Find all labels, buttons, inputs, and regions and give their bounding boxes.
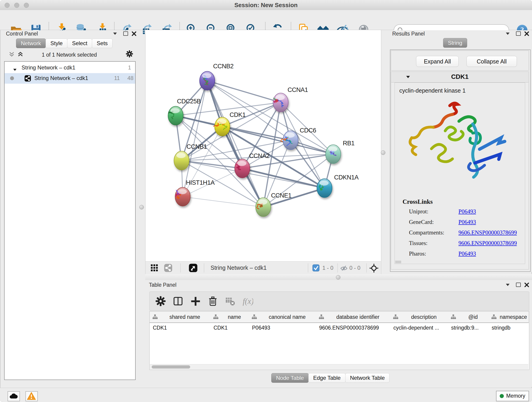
- memory-button[interactable]: Memory: [496, 391, 529, 401]
- tab-style[interactable]: Style: [46, 38, 67, 48]
- edge-CCNB2-CCNE1[interactable]: [207, 81, 263, 207]
- table-cell[interactable]: CDK1: [153, 323, 210, 332]
- network-node-CCNA2[interactable]: [235, 159, 250, 178]
- tree-expander-icon[interactable]: [13, 66, 17, 73]
- edge-CCNB2-CCNA1[interactable]: [207, 81, 281, 102]
- network-collection-row[interactable]: String Network – cdk1 1: [5, 63, 135, 73]
- crosslink-value-link[interactable]: 9606.ENSP00000378699: [458, 240, 517, 246]
- left-splitter-handle[interactable]: [139, 205, 144, 210]
- add-column-icon[interactable]: [190, 296, 201, 307]
- network-node-CCNB1[interactable]: [174, 151, 189, 170]
- network-node-HIST1H1A[interactable]: [175, 187, 190, 206]
- network-node-count: 11: [114, 75, 120, 81]
- network-row-selected[interactable]: String Network – cdk1 11 48: [5, 73, 135, 84]
- column-function-icon[interactable]: [213, 314, 219, 321]
- application-window: Session: New Session ? Control Panel Net…: [0, 0, 532, 402]
- table-cell[interactable]: P06493: [252, 323, 316, 332]
- table-horizontal-scrollbar[interactable]: [150, 364, 528, 370]
- gene-details: cyclin-dependent kinase 1 CrossLinks Uni…: [394, 83, 525, 264]
- table-cell[interactable]: stringdb:9...: [451, 323, 488, 332]
- table-options-gear-icon[interactable]: [155, 296, 166, 307]
- results-scrollbar-thumb[interactable]: [395, 261, 401, 263]
- grid-view-icon[interactable]: [150, 264, 159, 273]
- network-view-title: String Network – cdk1: [210, 264, 267, 271]
- scrollbar-thumb[interactable]: [152, 365, 190, 369]
- float-control-panel-icon[interactable]: [123, 32, 128, 36]
- column-function-icon[interactable]: [152, 314, 158, 321]
- tab-string[interactable]: String: [443, 38, 467, 48]
- tab-network-table[interactable]: Network Table: [345, 373, 390, 383]
- column-header-canonical-name[interactable]: canonical name: [249, 312, 316, 323]
- close-control-panel-icon[interactable]: [132, 31, 137, 37]
- table-toolbar: f(x): [149, 292, 529, 311]
- show-columns-icon[interactable]: [172, 296, 184, 307]
- float-table-panel-icon[interactable]: [516, 283, 521, 287]
- column-function-icon[interactable]: [393, 314, 399, 321]
- network-canvas[interactable]: CCNB2CCNA1CDC25BCDK1CDC6RB1CCNB1CCNA2CDK…: [145, 30, 381, 262]
- delete-column-icon[interactable]: [207, 296, 218, 307]
- close-table-panel-icon[interactable]: [524, 282, 529, 288]
- gene-section-header[interactable]: CDK1: [391, 71, 529, 83]
- table-cell[interactable]: stringdb: [492, 323, 528, 332]
- collapse-results-panel-icon[interactable]: [505, 32, 510, 36]
- edge-CCNE1-HIST1H1A[interactable]: [183, 197, 263, 207]
- crosslink-value-link[interactable]: P06493: [458, 250, 476, 257]
- column-header-description[interactable]: description: [390, 312, 448, 323]
- edge-CCNB1-CCNA2[interactable]: [181, 161, 242, 168]
- node-label-CDC25B: CDC25B: [177, 98, 201, 105]
- status-bar: Memory: [0, 388, 532, 402]
- column-header-name[interactable]: name: [210, 312, 249, 323]
- birdseye-view-icon[interactable]: [189, 263, 198, 274]
- control-panel-title: Control Panel: [6, 31, 38, 37]
- expand-all-button[interactable]: Expand All: [416, 56, 459, 67]
- tab-network[interactable]: Network: [16, 38, 46, 48]
- delete-table-icon: [225, 296, 236, 307]
- column-header--id[interactable]: @id: [448, 312, 489, 323]
- cloud-button[interactable]: [7, 391, 20, 401]
- crosslink-label: Pharos:: [409, 250, 426, 257]
- tab-sets[interactable]: Sets: [92, 38, 113, 48]
- warning-button[interactable]: [25, 391, 38, 401]
- network-node-CDC25B[interactable]: [168, 106, 183, 125]
- table-cell[interactable]: cyclin-dependent ...: [393, 323, 447, 332]
- table-cell[interactable]: 9606.ENSP00000378699: [319, 323, 390, 332]
- close-results-panel-icon[interactable]: [524, 31, 529, 37]
- collapse-table-panel-icon[interactable]: [505, 283, 510, 287]
- network-node-CDKN1A[interactable]: [317, 179, 332, 198]
- column-header-namespace[interactable]: namespace: [488, 312, 529, 323]
- string-view-icon[interactable]: [164, 264, 172, 273]
- crosslink-value-link[interactable]: P06493: [458, 208, 476, 215]
- column-header-database-identifier[interactable]: database identifier: [316, 312, 390, 323]
- selected-checkbox-icon[interactable]: [312, 264, 320, 273]
- network-node-CCNB2[interactable]: [200, 71, 215, 90]
- hidden-eye-slash-icon[interactable]: [340, 264, 348, 274]
- column-header-shared-name[interactable]: shared name: [150, 312, 210, 323]
- collapse-control-panel-icon[interactable]: [113, 32, 117, 36]
- tab-edge-table[interactable]: Edge Table: [308, 373, 346, 383]
- network-node-CDK1[interactable]: [213, 117, 230, 136]
- float-results-panel-icon[interactable]: [516, 32, 521, 36]
- fit-selected-crosshair-icon[interactable]: [369, 263, 379, 274]
- crosslink-value-link[interactable]: P06493: [458, 219, 476, 225]
- crosslink-value-link[interactable]: 9606.ENSP00000378699: [458, 230, 517, 236]
- table-cell[interactable]: CDK1: [214, 323, 248, 332]
- network-node-CCNE1[interactable]: [256, 198, 271, 217]
- network-options-gear-icon[interactable]: [126, 50, 133, 59]
- crosslink-label: Tissues:: [409, 240, 428, 246]
- edge-CCNB2-RB1[interactable]: [207, 81, 333, 154]
- network-node-CCNA1[interactable]: [273, 93, 288, 112]
- node-label-CDK1: CDK1: [230, 111, 246, 118]
- network-node-CDC6[interactable]: [281, 131, 298, 150]
- tab-node-table[interactable]: Node Table: [271, 373, 309, 383]
- splitter-handle[interactable]: [336, 275, 341, 280]
- collapse-all-button[interactable]: Collapse All: [467, 56, 517, 67]
- right-splitter-handle[interactable]: [381, 150, 385, 155]
- network-node-RB1[interactable]: [326, 145, 341, 163]
- column-function-icon[interactable]: [451, 314, 456, 321]
- column-function-icon[interactable]: [319, 314, 324, 321]
- column-function-icon[interactable]: [252, 314, 257, 321]
- node-label-HIST1H1A: HIST1H1A: [186, 179, 215, 186]
- tab-select[interactable]: Select: [67, 38, 92, 48]
- node-label-CCNB1: CCNB1: [186, 143, 207, 150]
- column-function-icon[interactable]: [491, 314, 497, 321]
